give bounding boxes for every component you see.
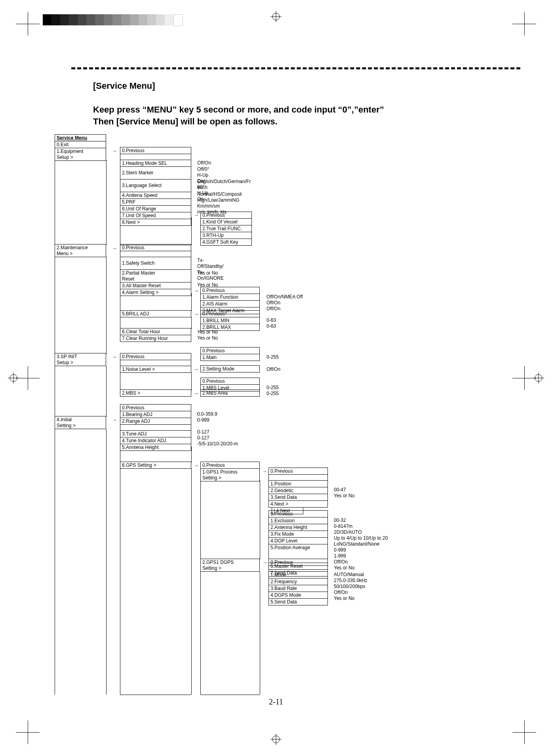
section-title: [Service Menu]	[93, 81, 155, 91]
crop-mark	[512, 12, 536, 36]
arrow-icon: →	[112, 354, 117, 360]
value-text: Yes or No	[334, 565, 354, 571]
menu-item: 1.Position	[268, 480, 328, 487]
arrow-icon: →	[194, 212, 199, 218]
value-text: 00-32	[334, 517, 346, 523]
menu-item: 1.Alarm Function	[200, 294, 260, 301]
value-text: Yes or No	[334, 596, 354, 601]
menu-item: 0.Previous	[200, 347, 260, 354]
menu-item: 3.All Master Reset	[120, 282, 191, 289]
menu-item: 2.Maintenance	[55, 244, 106, 251]
arrow-icon: →	[112, 417, 117, 423]
menu-item: 0.Previous	[120, 244, 191, 251]
menu-item: 2.Geodetic	[268, 487, 328, 494]
page-number: 2-11	[0, 697, 552, 706]
menu-item: 1.Equipment	[55, 148, 106, 155]
value-text: Yes or No	[197, 335, 218, 341]
menu-item: 4.GSFT Soft Key	[200, 239, 252, 246]
value-text: 0-255	[266, 354, 279, 360]
menu-item: 2.Antenna Height	[268, 524, 328, 531]
menu-item: 1.Exclusion	[268, 517, 328, 524]
value-text: 0-255	[266, 391, 279, 397]
menu-item: Setting >	[200, 475, 260, 481]
menu-item: 4.Tune Indicator ADJ	[120, 437, 191, 444]
menu-item: 8.Next >	[120, 219, 191, 226]
arrow-icon: →	[263, 469, 267, 475]
menu-item: 0.Previous	[120, 404, 191, 411]
crop-mark	[16, 720, 40, 744]
value-text: Off/On	[197, 160, 211, 166]
value-text: 00-47	[334, 487, 346, 493]
menu-item: 0.Previous	[200, 462, 260, 469]
menu-item: 3.Language Select	[120, 179, 191, 192]
menu-item: 7.Clear Running Hour	[120, 335, 191, 342]
menu-item: 6.GPS Setting >	[120, 462, 191, 469]
arrow-icon: →	[194, 463, 199, 469]
menu-item: 4.DOP Level	[268, 537, 328, 544]
menu-item: 0.Previous	[120, 353, 191, 360]
menu-item: 7.Unit Of Speed	[120, 212, 191, 219]
menu-item: 0.Previous	[200, 310, 260, 317]
menu-item: 1.Kind Of Vessel	[200, 218, 252, 225]
value-text: High/Low/JammiNG	[197, 197, 240, 203]
menu-item: 0.Previous	[268, 468, 328, 475]
calibration-strip	[43, 14, 183, 26]
menu-item: 5.Anntena Height	[120, 444, 191, 451]
crop-mark	[16, 366, 40, 390]
registration-mark-icon	[270, 11, 282, 22]
menu-item: 2.Partial Master	[120, 269, 191, 276]
arrow-icon: →	[194, 391, 199, 397]
value-text: Km/nm/sm	[197, 203, 220, 209]
value-text: Off/On	[266, 367, 280, 372]
value-text: Yes or No	[197, 270, 218, 276]
menu-item: Setup >	[55, 154, 106, 161]
menu-header: Service Menu	[55, 134, 106, 141]
value-text: LoNG/Standard/None 0-999 1-999	[334, 541, 379, 559]
menu-item: 6.Unit Of Range	[120, 205, 191, 212]
arrow-icon: →	[194, 367, 199, 372]
menu-item: 4.DGPS Mode	[268, 592, 328, 599]
menu-item: 1.Heading Mode SEL	[120, 160, 191, 167]
menu-item: 2.BRILL MAX	[200, 324, 260, 331]
instruction-text: Keep press “MENU” key 5 second or more, …	[93, 104, 384, 127]
menu-item: 0.Previous	[268, 510, 328, 517]
menu-item: 2.Range ADJ	[120, 418, 191, 425]
crop-mark	[512, 366, 536, 390]
menu-item: 2.True Trail FUNC.	[200, 225, 252, 232]
value-text: 0-63	[266, 317, 276, 323]
menu-item: 1.GPS1 Process	[200, 468, 260, 475]
menu-item: 4.Next >	[268, 500, 328, 508]
menu-item: 2.Frequency	[268, 578, 328, 585]
value-text: Off/On	[334, 559, 348, 565]
registration-mark-icon	[270, 734, 282, 745]
crop-mark	[512, 720, 536, 744]
menu-item: 3.Tune ADJ	[120, 430, 191, 437]
menu-item: 1.Mode	[268, 571, 328, 578]
arrow-icon: →	[112, 148, 117, 154]
value-text: 0-255	[266, 385, 279, 391]
menu-item: 4.Anttena Speed	[120, 192, 191, 199]
value-text: Tx-Off/Standby/ Tx-On/IGNORE	[197, 258, 224, 281]
menu-item: Setup >	[55, 359, 106, 366]
menu-item: 2.MBS >	[120, 389, 191, 397]
value-text: AUTO/Manual	[334, 572, 364, 578]
menu-item: Setting >	[200, 565, 260, 572]
menu-item: 5.BRILL ADJ	[120, 310, 191, 317]
value-text: Off/On	[266, 300, 280, 306]
value-text: Off/On	[334, 590, 348, 596]
value-text: 0-999	[197, 417, 209, 423]
menu-item: 3.Baud Rate	[268, 585, 328, 592]
value-text: 0-8147m	[334, 523, 352, 529]
value-text: 0-63	[266, 323, 276, 329]
menu-item: 0.Previous	[200, 378, 260, 385]
value-text: Off/On	[266, 306, 280, 312]
menu-item: 0.Previous	[200, 287, 260, 294]
value-text: 0-127	[197, 429, 209, 435]
arrow-icon: →	[194, 311, 199, 317]
menu-item: 1.Safety Switch	[120, 257, 191, 270]
value-text: 2D/3D/AUTO	[334, 529, 362, 535]
menu-item: Menu >	[55, 250, 106, 257]
value-text: 275.0-335.0kHz	[334, 578, 367, 584]
menu-item: 0.Previous	[268, 559, 328, 566]
value-text: Up to 4/Up to 10/Up to 20	[334, 535, 388, 541]
